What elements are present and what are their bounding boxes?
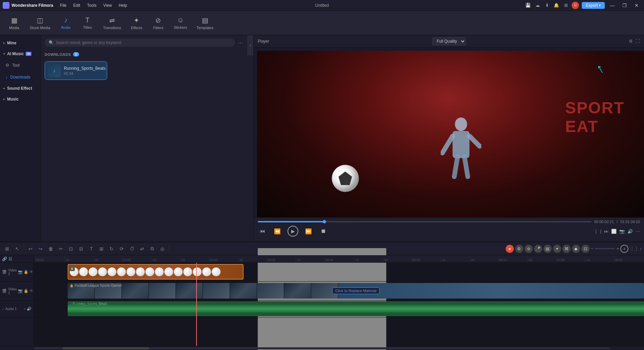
toolbar-transitions[interactable]: ⇌ Transitions — [99, 14, 125, 32]
close-button[interactable]: ✕ — [632, 2, 641, 9]
soccer-ball-mini-5 — [108, 267, 116, 276]
menu-file[interactable]: File — [57, 2, 69, 8]
zoom-minus-icon[interactable]: − — [591, 246, 594, 251]
save-icon[interactable]: 💾 — [524, 2, 532, 9]
sidebar-section-sound-effect[interactable]: ▸ Sound Effect — [0, 83, 40, 93]
timeline-more-icon[interactable]: › — [640, 246, 641, 251]
frame-back-button[interactable]: ⏪ — [273, 226, 282, 236]
search-input[interactable] — [56, 40, 231, 45]
timeline-delete-button[interactable]: 🗑 — [46, 244, 55, 253]
timeline-text-button[interactable]: T — [87, 244, 96, 253]
menu-tools[interactable]: Tools — [84, 2, 99, 8]
zoom-slider[interactable] — [595, 248, 615, 249]
timeline-audio-detach-button[interactable]: ⊟ — [77, 244, 86, 253]
timeline-redo-button[interactable]: ↪ — [36, 244, 45, 253]
timeline-add-track-button[interactable]: + — [620, 245, 628, 253]
magnet-icon[interactable]: 🔗 — [2, 257, 7, 261]
toolbar-titles[interactable]: T Titles — [77, 14, 98, 32]
menu-view[interactable]: View — [100, 2, 115, 8]
stop-button[interactable]: ⏹ — [319, 226, 328, 236]
timeline-snap-tool[interactable]: ⊞ — [3, 244, 12, 253]
video1-frame-7 — [230, 283, 257, 299]
video1-eye-icon[interactable]: 👁 — [29, 289, 33, 293]
timeline-motion-button[interactable]: ◎ — [158, 244, 167, 253]
toolbar-effects[interactable]: ✦ Effects — [127, 14, 147, 32]
timeline-crop-button[interactable]: ⊞ — [97, 244, 106, 253]
player-fullscreen-icon[interactable]: ⛶ — [636, 39, 640, 44]
menu-edit[interactable]: Edit — [70, 2, 83, 8]
link-icon[interactable]: ⛓ — [8, 257, 13, 261]
toolbar-media[interactable]: ▦ Media — [4, 14, 24, 32]
timeline-cut-button[interactable]: ✂ — [56, 244, 65, 253]
maximize-button[interactable]: ❐ — [620, 2, 629, 9]
timeline-record-button[interactable]: ● — [506, 245, 514, 253]
video2-camera-icon[interactable]: 📷 — [18, 270, 23, 274]
menu-help[interactable]: Help — [116, 2, 130, 8]
toolbar-filters[interactable]: ⊘ Filters — [148, 14, 168, 32]
export-button[interactable]: Export ▾ — [582, 2, 605, 9]
timeline-layer-button[interactable]: ▤ — [544, 245, 552, 253]
scroll-track[interactable] — [34, 347, 610, 349]
play-button[interactable]: ▶ — [288, 226, 298, 237]
video2-eye-icon[interactable]: 👁 — [29, 270, 33, 274]
frame-forward-button[interactable]: ⏩ — [304, 226, 313, 236]
sidebar-item-tool[interactable]: ⚙ Tool — [1, 60, 39, 70]
video1-camera-icon[interactable]: 📷 — [18, 289, 23, 293]
timeline-audio-btn[interactable]: ⇄ — [138, 244, 146, 253]
video1-lock-icon[interactable]: 🔒 — [24, 289, 28, 293]
minimize-button[interactable]: — — [607, 2, 617, 9]
user-avatar[interactable]: U — [572, 2, 579, 9]
mark-out-icon[interactable]: ⌋ — [600, 229, 601, 234]
sidebar-section-music[interactable]: ▸ Music — [0, 94, 40, 104]
volume-icon[interactable]: 🔊 — [627, 229, 633, 234]
more-player-icon[interactable]: ⋯ — [636, 229, 640, 234]
zoom-plus-icon[interactable]: + — [616, 246, 619, 251]
screen-icon[interactable]: ⬜ — [611, 229, 617, 234]
timeline-rotate-button[interactable]: ↻ — [107, 244, 116, 253]
quality-select[interactable]: Full Quality 1/2 Quality 1/4 Quality — [432, 37, 466, 45]
timeline-split-button[interactable]: ⌘ — [562, 245, 571, 253]
toolbar-stickers[interactable]: ☺ Stickers — [170, 14, 191, 32]
mark-in-icon[interactable]: ⌊ — [595, 229, 597, 234]
timeline-settings-button[interactable]: ⚙ — [515, 245, 523, 253]
next-frame-icon[interactable]: ⏭ — [604, 229, 608, 234]
audio1-add-icon[interactable]: + — [24, 307, 26, 311]
toolbar-stock-media[interactable]: ◫ Stock Media — [26, 14, 54, 32]
timeline-keyframe-button[interactable]: ◆ — [572, 245, 580, 253]
audio1-clip[interactable]: ♪ Running_Sports_Beats — [68, 301, 644, 316]
player-settings-icon[interactable]: ⚙ — [629, 39, 633, 44]
timeline-stabilize-button[interactable]: ⧉ — [148, 244, 157, 253]
toolbar-audio[interactable]: ♪ Audio — [56, 14, 76, 32]
timeline-grid-button[interactable]: ⋮⋮ — [630, 246, 639, 251]
grid-icon[interactable]: ⊞ — [562, 2, 570, 9]
timeline-undo-button[interactable]: ↩ — [26, 244, 35, 253]
timeline-trim-button[interactable]: ⊡ — [67, 244, 75, 253]
sidebar-section-mine[interactable]: ▸ Mine — [0, 38, 40, 48]
panel-collapse-button[interactable]: ‹ — [247, 35, 253, 56]
search-bar[interactable]: 🔍 — [45, 39, 235, 47]
timeline-select-tool[interactable]: ↖ — [13, 244, 22, 253]
bell-icon[interactable]: 🔔 — [553, 2, 560, 9]
toolbar-templates[interactable]: ▤ Templates — [192, 14, 217, 32]
sidebar-section-ai-music[interactable]: ▾ AI Music AI — [0, 49, 40, 59]
snapshot-icon[interactable]: 📷 — [619, 229, 625, 234]
audio-card-running-sports-beats[interactable]: ♪ Running_Sports_Beats 01:34 — [45, 61, 107, 80]
video2-lock-icon[interactable]: 🔒 — [24, 270, 28, 274]
video1-clip[interactable]: 🔒 Football League Sports Opener — [68, 283, 644, 299]
timeline-effects-button[interactable]: ✦ — [553, 245, 561, 253]
svg-line-4 — [454, 156, 458, 177]
timeline-mic-button[interactable]: 🎤 — [534, 245, 542, 253]
timeline-speed-button[interactable]: ⟳ — [117, 244, 126, 253]
more-options-icon[interactable]: ⋯ — [238, 40, 243, 46]
sidebar-item-downloads[interactable]: ↓ Downloads — [1, 72, 39, 82]
timeline-filter-button[interactable]: ⊘ — [525, 245, 533, 253]
timeline-color-button[interactable]: ⏱ — [128, 244, 136, 253]
progress-bar[interactable] — [258, 221, 592, 222]
video2-clip[interactable]: 🔒 — [68, 264, 244, 280]
timeline-crop2-button[interactable]: ⊡ — [581, 245, 590, 253]
audio1-volume-icon[interactable]: 🔊 — [27, 307, 31, 311]
skip-back-button[interactable]: ⏮ — [258, 226, 267, 236]
scroll-thumb[interactable] — [63, 347, 149, 349]
download-icon[interactable]: ⬇ — [543, 2, 551, 9]
cloud-icon[interactable]: ☁ — [534, 2, 541, 9]
